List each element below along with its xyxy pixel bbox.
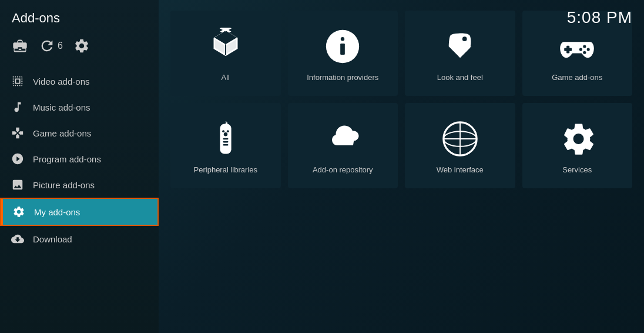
svg-rect-6 <box>340 44 345 55</box>
grid-item-label: Information providers <box>307 73 378 82</box>
grid-item-peripheral-libraries[interactable]: Peripheral libraries <box>170 103 281 188</box>
download-icon <box>11 232 25 246</box>
grid-item-addon-repository[interactable]: Add-on repository <box>288 103 398 188</box>
services-icon <box>556 118 598 159</box>
remote-icon <box>205 118 246 159</box>
check-updates-button[interactable]: 6 <box>39 38 63 54</box>
grid-item-web-interface[interactable]: Web interface <box>405 103 515 188</box>
sidebar-item-label: Music add-ons <box>33 102 90 112</box>
picture-icon <box>11 178 25 192</box>
time-display: 5:08 PM <box>567 8 632 27</box>
grid-item-information-providers[interactable]: Information providers <box>288 11 398 96</box>
svg-point-20 <box>227 130 229 132</box>
sidebar-header: Add-ons 6 <box>0 0 159 66</box>
grid-item-label: All <box>222 73 230 82</box>
grid-item-all[interactable]: All <box>170 11 281 96</box>
sidebar-navigation: Video add-ons Music add-ons Game add-ons… <box>0 68 159 252</box>
sidebar-item-label: Video add-ons <box>33 76 89 86</box>
settings-icon <box>73 38 90 54</box>
info-icon <box>322 26 363 67</box>
my-addons-icon <box>12 205 26 219</box>
all-icon <box>205 26 246 67</box>
grid-item-label: Add-on repository <box>313 165 373 174</box>
svg-rect-18 <box>223 144 228 146</box>
music-icon <box>11 100 25 114</box>
svg-rect-9 <box>564 48 572 51</box>
refresh-icon <box>39 38 55 54</box>
program-icon <box>11 152 25 166</box>
svg-rect-16 <box>223 138 228 140</box>
grid-item-services[interactable]: Services <box>522 103 633 188</box>
grid-item-label: Look and feel <box>437 73 483 82</box>
grid-item-look-and-feel[interactable]: Look and feel <box>405 11 515 96</box>
sidebar-item-label: Program add-ons <box>33 154 101 164</box>
gamepad-icon <box>11 126 25 140</box>
sidebar-icons: 6 <box>12 34 147 60</box>
grid-item-label: Services <box>562 165 592 174</box>
box-icon <box>12 38 28 54</box>
addon-settings-button[interactable] <box>73 38 90 54</box>
sidebar-item-video-addons[interactable]: Video add-ons <box>0 68 159 94</box>
svg-point-15 <box>224 132 227 136</box>
grid-item-label: Game add-ons <box>552 73 602 82</box>
addon-grid: All Information providers <box>170 11 632 188</box>
install-addon-button[interactable] <box>12 38 28 54</box>
cloud-icon <box>322 118 363 159</box>
grid-item-label: Web interface <box>437 165 484 174</box>
sidebar-item-download[interactable]: Download <box>0 226 159 252</box>
globe-icon <box>440 118 481 159</box>
update-badge: 6 <box>58 41 63 51</box>
svg-point-19 <box>222 130 224 132</box>
sidebar-item-music-addons[interactable]: Music add-ons <box>0 94 159 120</box>
svg-point-11 <box>587 48 590 51</box>
sidebar-item-my-addons[interactable]: My add-ons <box>0 198 159 226</box>
sidebar-item-picture-addons[interactable]: Picture add-ons <box>0 172 159 198</box>
sidebar-item-game-addons[interactable]: Game add-ons <box>0 120 159 146</box>
main-content: All Information providers <box>159 0 644 333</box>
svg-point-5 <box>341 37 344 41</box>
controller-icon <box>556 26 598 67</box>
svg-point-12 <box>579 48 582 51</box>
look-feel-icon <box>440 26 481 67</box>
sidebar-item-label: My add-ons <box>34 207 80 217</box>
svg-point-13 <box>583 51 586 54</box>
video-icon <box>11 74 25 88</box>
sidebar-item-label: Download <box>33 234 72 244</box>
svg-point-10 <box>583 45 586 48</box>
svg-point-7 <box>462 36 467 41</box>
sidebar-item-label: Picture add-ons <box>33 180 95 190</box>
grid-item-label: Peripheral libraries <box>194 165 257 174</box>
page-title: Add-ons <box>12 11 147 26</box>
sidebar-item-program-addons[interactable]: Program add-ons <box>0 146 159 172</box>
svg-rect-17 <box>223 141 228 143</box>
sidebar: Add-ons 6 <box>0 0 159 333</box>
sidebar-item-label: Game add-ons <box>33 128 91 138</box>
